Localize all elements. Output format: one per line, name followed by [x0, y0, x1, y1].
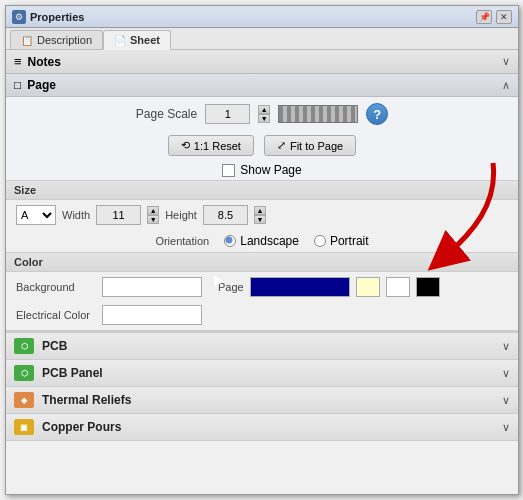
pcb-section-header[interactable]: ⬡ PCB ∨	[6, 333, 518, 360]
notes-section-header[interactable]: ≡ Notes ∨	[6, 50, 518, 74]
page-icon: □	[14, 78, 21, 92]
fit-icon: ⤢	[277, 139, 286, 152]
thermal-icon: ◈	[14, 392, 34, 408]
electrical-color-swatch[interactable]	[102, 305, 202, 325]
width-spin-up[interactable]: ▲	[147, 206, 159, 215]
landscape-radio-group: Landscape	[224, 234, 299, 248]
size-header: Size	[6, 181, 518, 200]
copper-collapse-icon: ∨	[502, 421, 510, 434]
tab-sheet[interactable]: 📄 Sheet	[103, 30, 171, 50]
portrait-radio[interactable]	[314, 235, 326, 247]
landscape-radio[interactable]	[224, 235, 236, 247]
height-spin-up[interactable]: ▲	[254, 206, 266, 215]
height-label: Height	[165, 209, 197, 221]
page-color-option-black[interactable]	[416, 277, 440, 297]
page-collapse-icon: ∧	[502, 79, 510, 92]
bottom-sections: ⬡ PCB ∨ ⬡ PCB Panel ∨ ◈ Thermal Reliefs	[6, 331, 518, 441]
size-row: A Width ▲ ▼ Height ▲ ▼	[6, 200, 518, 230]
electrical-label: Electrical Color	[16, 309, 96, 321]
portrait-label: Portrait	[330, 234, 369, 248]
main-content: ≡ Notes ∨ □ Page ∧ Page Scale ▲ ▼	[6, 50, 518, 494]
height-input[interactable]	[203, 205, 248, 225]
width-spin-down[interactable]: ▼	[147, 215, 159, 224]
width-input[interactable]	[96, 205, 141, 225]
tabs-bar: 📋 Description 📄 Sheet	[6, 28, 518, 50]
copper-icon: ▣	[14, 419, 34, 435]
size-select[interactable]: A	[16, 205, 56, 225]
page-color-option-cream[interactable]	[356, 277, 380, 297]
scale-bar	[278, 105, 358, 123]
sheet-tab-icon: 📄	[114, 35, 126, 46]
width-spinner: ▲ ▼	[147, 206, 159, 224]
window-title: Properties	[30, 11, 84, 23]
show-page-label: Show Page	[240, 163, 301, 177]
page-header-left: □ Page	[14, 78, 56, 92]
thermal-collapse-icon: ∨	[502, 394, 510, 407]
scale-input[interactable]	[205, 104, 250, 124]
fit-to-page-button[interactable]: ⤢ Fit to Page	[264, 135, 356, 156]
window-icon: ⚙	[12, 10, 26, 24]
landscape-label: Landscape	[240, 234, 299, 248]
pcb-header-left: ⬡ PCB	[14, 338, 67, 354]
color-section: Color Background Page Electrical Color	[6, 252, 518, 330]
page-scale-row: Page Scale ▲ ▼ ?	[6, 97, 518, 131]
pcb-panel-header-left: ⬡ PCB Panel	[14, 365, 103, 381]
page-color-option-white[interactable]	[386, 277, 410, 297]
portrait-radio-group: Portrait	[314, 234, 369, 248]
width-label: Width	[62, 209, 90, 221]
tab-description[interactable]: 📋 Description	[10, 30, 103, 49]
spin-down-button[interactable]: ▼	[258, 114, 270, 123]
background-color-swatch[interactable]	[102, 277, 202, 297]
description-tab-icon: 📋	[21, 35, 33, 46]
close-button[interactable]: ✕	[496, 10, 512, 24]
pin-button[interactable]: 📌	[476, 10, 492, 24]
thermal-section-header[interactable]: ◈ Thermal Reliefs ∨	[6, 387, 518, 414]
spin-up-button[interactable]: ▲	[258, 105, 270, 114]
orientation-label: Orientation	[155, 235, 209, 247]
size-section: Size A Width ▲ ▼ Height ▲ ▼	[6, 180, 518, 252]
color-header: Color	[6, 253, 518, 272]
pcb-panel-section-header[interactable]: ⬡ PCB Panel ∨	[6, 360, 518, 387]
title-bar-left: ⚙ Properties	[12, 10, 84, 24]
pcb-icon: ⬡	[14, 338, 34, 354]
pcb-panel-icon: ⬡	[14, 365, 34, 381]
properties-window: ⚙ Properties 📌 ✕ 📋 Description 📄 Sheet ≡…	[5, 5, 519, 495]
title-bar-controls: 📌 ✕	[476, 10, 512, 24]
show-page-row: Show Page	[6, 160, 518, 180]
page-buttons-row: ⟲ 1:1 Reset ⤢ Fit to Page	[6, 131, 518, 160]
copper-header-left: ▣ Copper Pours	[14, 419, 121, 435]
pcb-collapse-icon: ∨	[502, 340, 510, 353]
notes-collapse-icon: ∨	[502, 55, 510, 68]
electrical-color-row: Electrical Color	[6, 302, 518, 330]
scale-spinner: ▲ ▼	[258, 105, 270, 123]
help-button[interactable]: ?	[366, 103, 388, 125]
title-bar: ⚙ Properties 📌 ✕	[6, 6, 518, 28]
page-section-header[interactable]: □ Page ∧	[6, 74, 518, 97]
reset-icon: ⟲	[181, 139, 190, 152]
thermal-header-left: ◈ Thermal Reliefs	[14, 392, 131, 408]
height-spin-down[interactable]: ▼	[254, 215, 266, 224]
page-color-swatch[interactable]	[250, 277, 350, 297]
background-label: Background	[16, 281, 96, 293]
show-page-checkbox[interactable]	[222, 164, 235, 177]
notes-icon: ≡	[14, 54, 22, 69]
page-color-label: Page	[218, 281, 244, 293]
height-spinner: ▲ ▼	[254, 206, 266, 224]
copper-section-header[interactable]: ▣ Copper Pours ∨	[6, 414, 518, 441]
pcb-panel-collapse-icon: ∨	[502, 367, 510, 380]
orientation-row: Orientation Landscape Portrait	[6, 230, 518, 252]
scale-label: Page Scale	[136, 107, 197, 121]
reset-button[interactable]: ⟲ 1:1 Reset	[168, 135, 254, 156]
page-section: □ Page ∧ Page Scale ▲ ▼ ? ⟲	[6, 74, 518, 331]
notes-header-left: ≡ Notes	[14, 54, 61, 69]
background-page-row: Background Page	[6, 272, 518, 302]
